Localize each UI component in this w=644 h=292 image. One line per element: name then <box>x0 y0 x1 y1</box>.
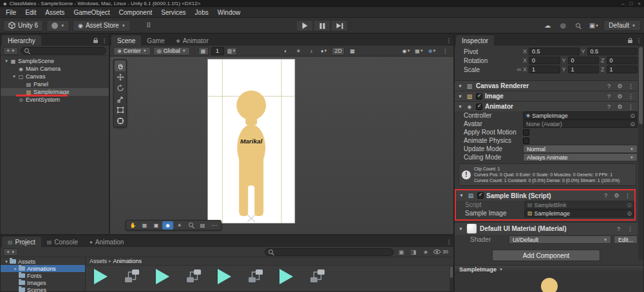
kebab-menu-icon[interactable]: ⋮ <box>444 237 453 247</box>
more-overlay-icon[interactable]: ⋯ <box>209 221 220 230</box>
shading-mode-icon[interactable]: ◐ <box>280 47 290 55</box>
asset-animator-controller[interactable] <box>123 269 140 284</box>
effects-dropdown-icon[interactable]: ♦▼ <box>319 47 329 55</box>
kebab-menu-icon[interactable]: ⋮ <box>623 192 632 199</box>
tool-handle-position-dropdown[interactable]: ⊕ Center ▼ <box>113 47 151 55</box>
sample-blink-enabled-checkbox[interactable] <box>477 192 484 199</box>
hierarchy-item-sampleimage[interactable]: ▨ SampleImage <box>1 88 109 96</box>
menu-gameobject[interactable]: GameObject <box>69 7 114 18</box>
menu-assets[interactable]: Assets <box>41 7 69 18</box>
project-scrollbar[interactable] <box>450 266 453 291</box>
view-tool-button[interactable] <box>115 60 126 71</box>
menu-edit[interactable]: Edit <box>21 7 41 18</box>
asset-animator-controller[interactable] <box>185 269 202 284</box>
preset-icon[interactable]: ⚙ <box>616 93 624 100</box>
help-icon[interactable]: ? <box>605 83 613 89</box>
foldout-icon[interactable]: ▸ <box>12 266 19 271</box>
cloud-icon[interactable]: ☁ <box>542 20 553 32</box>
hierarchy-search[interactable] <box>21 47 106 55</box>
rotation-x-field[interactable]: 0 <box>529 57 560 64</box>
grid-services-icon[interactable]: ⠿ <box>143 20 155 32</box>
tab-game[interactable]: Game <box>141 35 170 46</box>
rotation-y-field[interactable]: 0 <box>568 57 599 64</box>
grid-overlay-icon[interactable]: ▦ <box>139 221 150 230</box>
minimize-button[interactable]: – <box>621 0 624 7</box>
menu-file[interactable]: File <box>1 7 21 18</box>
sample-image-object-field[interactable]: ▨ SampleImage ⊙ <box>524 209 634 217</box>
project-search[interactable] <box>265 248 393 256</box>
inspector-scrollbar[interactable] <box>638 46 643 260</box>
pan-overlay-icon[interactable]: ✋ <box>128 221 138 230</box>
layout-dropdown[interactable]: Default ▼ <box>603 20 641 31</box>
object-picker-icon[interactable]: ⊙ <box>627 210 632 217</box>
hierarchy-item-panel[interactable]: ▤ Panel <box>1 80 109 88</box>
kebab-menu-icon[interactable]: ⋮ <box>627 83 635 89</box>
foldout-icon[interactable]: ▾ <box>11 74 17 79</box>
object-picker-icon[interactable]: ⊙ <box>630 113 636 119</box>
scene-viewport[interactable]: Marikal <box>110 57 453 234</box>
asset-animation-clip[interactable] <box>92 269 109 284</box>
scale-y-field[interactable]: 1 <box>568 66 599 73</box>
apply-root-motion-checkbox[interactable] <box>523 129 529 136</box>
hidden-objects-icon[interactable]: ▩ <box>347 47 357 55</box>
object-picker-icon[interactable]: ⊙ <box>630 121 636 127</box>
scale-tool-button[interactable] <box>115 93 126 104</box>
tab-scene[interactable]: Scene <box>111 35 141 46</box>
folder-fonts[interactable]: Fonts <box>1 272 85 279</box>
kebab-menu-icon[interactable]: ⋮ <box>626 226 634 232</box>
rect-tool-button[interactable] <box>115 104 126 115</box>
layers-overlay-icon[interactable]: ▤ <box>197 221 208 230</box>
grid-settings-icon[interactable]: ▦▼ <box>414 47 424 55</box>
project-add-button[interactable]: +▼ <box>3 248 18 256</box>
folder-assets[interactable]: ▾ Assets <box>1 258 85 265</box>
help-icon[interactable]: ? <box>605 104 613 110</box>
grid-visibility-icon[interactable]: ▦ <box>198 47 209 55</box>
folder-scenes[interactable]: Scenes <box>1 286 85 292</box>
hierarchy-item-main-camera[interactable]: ◉ Main Camera <box>1 65 109 73</box>
grid-size-field[interactable]: 1 <box>211 47 224 55</box>
link-scale-icon[interactable]: ∞ <box>515 66 523 73</box>
animator-enabled-checkbox[interactable] <box>476 104 482 110</box>
canvas-renderer-header[interactable]: ▾ ▥ Canvas Renderer ? ⚙ ⋮ <box>455 80 638 91</box>
hierarchy-search-input[interactable] <box>32 48 103 54</box>
tab-console[interactable]: ▤Console <box>41 237 84 247</box>
maximize-button[interactable]: □ <box>629 0 632 7</box>
project-search-input[interactable] <box>276 249 390 255</box>
add-component-button[interactable]: Add Component <box>492 250 600 261</box>
transform-tool-button[interactable] <box>115 115 126 126</box>
tab-project[interactable]: ▤Project <box>2 237 41 247</box>
close-button[interactable]: × <box>638 0 641 7</box>
folder-images[interactable]: Images <box>1 279 85 286</box>
gizmos-dropdown-icon[interactable]: ⊕▼ <box>427 47 437 55</box>
save-search-icon[interactable]: ★ <box>421 247 430 257</box>
foldout-icon[interactable]: ▾ <box>3 59 10 64</box>
scale-x-field[interactable]: 1 <box>529 66 560 73</box>
play-button[interactable] <box>296 20 314 32</box>
orbit-overlay-icon[interactable]: ◉ <box>162 221 173 230</box>
controller-object-field[interactable]: ◈ SampleImage ⊙ <box>523 111 638 120</box>
animate-physics-checkbox[interactable] <box>523 138 529 144</box>
folder-animations[interactable]: ▸ Animations <box>1 265 85 272</box>
lock-icon[interactable] <box>91 35 100 46</box>
lighting-toggle-icon[interactable]: ☀ <box>293 47 303 55</box>
preset-icon[interactable]: ⚙ <box>616 83 624 89</box>
mode-2d-toggle[interactable]: 2D <box>332 47 345 55</box>
kebab-menu-icon[interactable]: ⋮ <box>440 47 450 55</box>
menu-component[interactable]: Component <box>115 7 157 18</box>
tab-inspector[interactable]: Inspector <box>456 35 494 46</box>
foldout-icon[interactable]: ▾ <box>3 259 10 264</box>
kebab-menu-icon[interactable]: ⋮ <box>444 35 453 46</box>
menu-jobs[interactable]: Jobs <box>191 7 213 18</box>
pause-button[interactable] <box>314 20 331 32</box>
animator-component-header[interactable]: ▾ ◈ Animator ? ⚙ ⋮ <box>455 101 638 111</box>
asset-animator-controller[interactable] <box>308 269 326 284</box>
preset-icon[interactable]: ⚙ <box>612 192 621 199</box>
zoom-overlay-icon[interactable] <box>185 221 196 230</box>
move-tool-button[interactable] <box>115 71 126 82</box>
light-overlay-icon[interactable]: ☀ <box>174 221 185 230</box>
search-by-type-icon[interactable]: ▣ <box>397 247 406 257</box>
hierarchy-item-eventsystem[interactable]: ⊙ EventSystem <box>1 96 109 104</box>
frame-overlay-icon[interactable]: ▣ <box>151 221 162 230</box>
tool-handle-rotation-dropdown[interactable]: ◎ Global ▼ <box>153 47 190 55</box>
help-icon[interactable]: ? <box>601 192 610 199</box>
